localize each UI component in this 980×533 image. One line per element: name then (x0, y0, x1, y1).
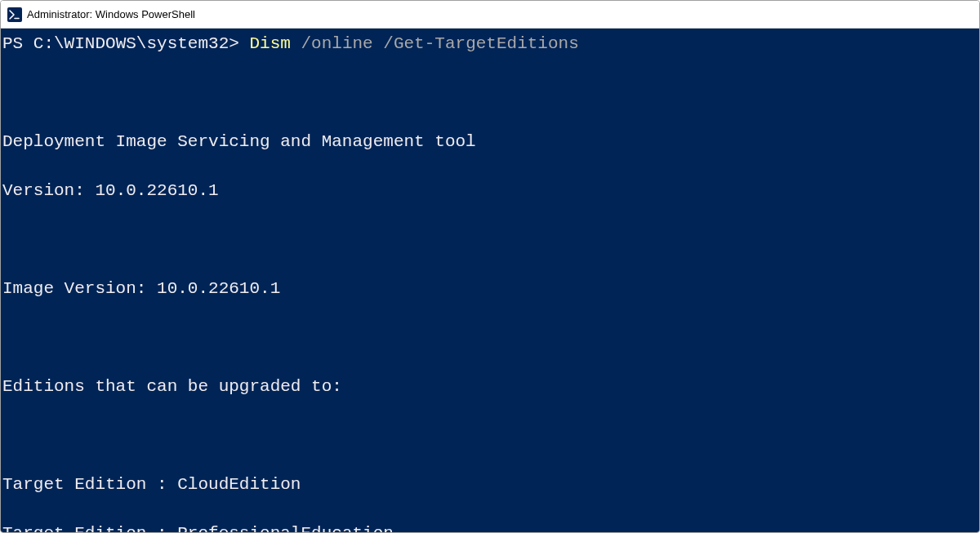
target-edition-line: Target Edition : CloudEdition (2, 473, 978, 497)
version-value: 10.0.22610.1 (95, 181, 218, 200)
editions-header: Editions that can be upgraded to: (2, 375, 978, 399)
prompt-path: C:\WINDOWS\system32> (33, 34, 239, 53)
image-version-line: Image Version: 10.0.22610.1 (2, 277, 978, 301)
svg-rect-0 (7, 7, 22, 22)
version-label: Version: (2, 181, 95, 200)
window-title: Administrator: Windows PowerShell (27, 8, 195, 20)
blank-line (2, 81, 978, 105)
blank-line (2, 326, 978, 350)
ps-label: PS (2, 34, 33, 53)
target-edition-line: Target Edition : ProfessionalEducation (2, 522, 978, 532)
powershell-icon (7, 7, 22, 22)
version-line: Version: 10.0.22610.1 (2, 179, 978, 203)
blank-line (2, 228, 978, 252)
window-titlebar[interactable]: Administrator: Windows PowerShell (1, 1, 979, 29)
command-args: /online /Get-TargetEditions (301, 34, 579, 53)
image-version-value: 10.0.22610.1 (157, 279, 280, 298)
tool-name: Deployment Image Servicing and Managemen… (2, 130, 978, 154)
prompt-line: PS C:\WINDOWS\system32> Dism /online /Ge… (2, 32, 978, 56)
blank-line (2, 424, 978, 448)
terminal-output[interactable]: PS C:\WINDOWS\system32> Dism /online /Ge… (1, 29, 979, 532)
image-version-label: Image Version: (2, 279, 157, 298)
command-name: Dism (249, 34, 290, 53)
